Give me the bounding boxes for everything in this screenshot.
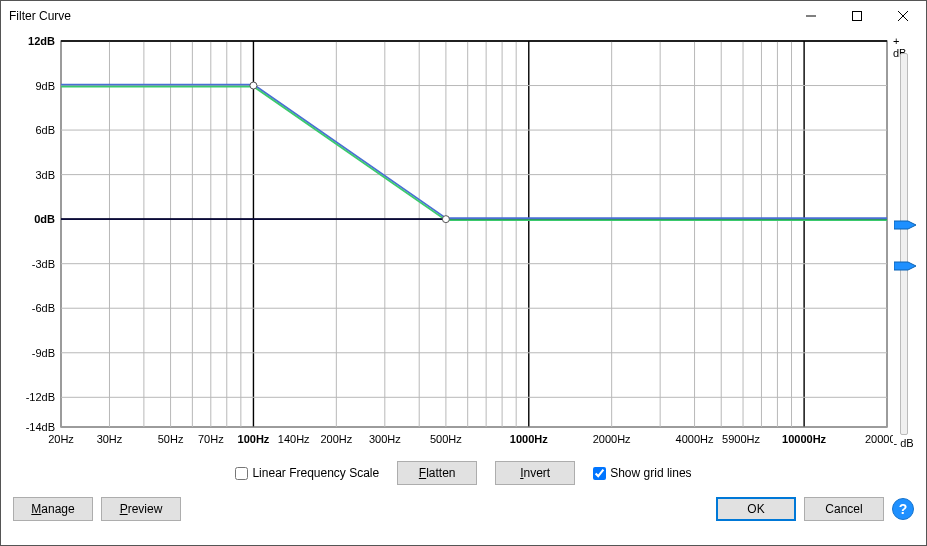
maximize-icon [852, 11, 862, 21]
cancel-button[interactable]: Cancel [804, 497, 884, 521]
slider-thumb-max[interactable] [894, 219, 918, 231]
buttons-row: Manage Preview OK Cancel ? [13, 491, 914, 531]
minimize-button[interactable] [788, 1, 834, 31]
content-area: 12dB9dB6dB3dB0dB-3dB-6dB-9dB-12dB-14dB20… [1, 31, 926, 545]
gain-range-slider[interactable] [894, 53, 914, 435]
filter-curve-chart[interactable]: 12dB9dB6dB3dB0dB-3dB-6dB-9dB-12dB-14dB20… [13, 35, 893, 453]
manage-button[interactable]: Manage [13, 497, 93, 521]
maximize-button[interactable] [834, 1, 880, 31]
svg-text:20000Hz: 20000Hz [865, 433, 893, 445]
svg-text:1000Hz: 1000Hz [510, 433, 548, 445]
svg-text:-12dB: -12dB [26, 391, 55, 403]
svg-text:20Hz: 20Hz [48, 433, 74, 445]
svg-rect-4 [61, 41, 887, 427]
slider-top-label: + dB [893, 35, 914, 51]
show-grid-checkbox[interactable]: Show grid lines [593, 466, 691, 480]
linear-scale-checkbox[interactable]: Linear Frequency Scale [235, 466, 379, 480]
svg-text:12dB: 12dB [28, 35, 55, 47]
titlebar[interactable]: Filter Curve [1, 1, 926, 31]
svg-text:-6dB: -6dB [32, 302, 55, 314]
invert-button[interactable]: Invert [495, 461, 575, 485]
controls-row: Linear Frequency Scale Flatten Invert Sh… [13, 453, 914, 491]
preview-button[interactable]: Preview [101, 497, 181, 521]
help-button[interactable]: ? [892, 498, 914, 520]
slider-thumb-min[interactable] [894, 260, 918, 272]
svg-text:300Hz: 300Hz [369, 433, 401, 445]
svg-text:6dB: 6dB [35, 124, 55, 136]
svg-text:50Hz: 50Hz [158, 433, 184, 445]
close-icon [898, 11, 908, 21]
minimize-icon [806, 11, 816, 21]
chart-zone: 12dB9dB6dB3dB0dB-3dB-6dB-9dB-12dB-14dB20… [13, 35, 893, 453]
window-title: Filter Curve [9, 9, 71, 23]
svg-text:4000Hz: 4000Hz [676, 433, 714, 445]
svg-text:-14dB: -14dB [26, 421, 55, 433]
svg-text:140Hz: 140Hz [278, 433, 310, 445]
svg-text:30Hz: 30Hz [97, 433, 123, 445]
svg-text:9dB: 9dB [35, 80, 55, 92]
svg-text:70Hz: 70Hz [198, 433, 224, 445]
svg-text:10000Hz: 10000Hz [782, 433, 827, 445]
control-point[interactable] [442, 216, 449, 223]
close-button[interactable] [880, 1, 926, 31]
gain-slider-column: + dB - dB [893, 35, 914, 453]
control-point[interactable] [250, 82, 257, 89]
svg-text:200Hz: 200Hz [320, 433, 352, 445]
svg-rect-1 [853, 12, 862, 21]
svg-text:3dB: 3dB [35, 169, 55, 181]
svg-text:100Hz: 100Hz [238, 433, 270, 445]
svg-text:500Hz: 500Hz [430, 433, 462, 445]
svg-text:5900Hz: 5900Hz [722, 433, 760, 445]
filter-curve-window: Filter Curve 12dB9dB6dB3dB0dB-3dB-6dB-9d… [0, 0, 927, 546]
svg-text:2000Hz: 2000Hz [593, 433, 631, 445]
svg-text:-3dB: -3dB [32, 258, 55, 270]
slider-bottom-label: - dB [893, 437, 913, 453]
svg-text:0dB: 0dB [34, 213, 55, 225]
flatten-button[interactable]: Flatten [397, 461, 477, 485]
svg-text:-9dB: -9dB [32, 347, 55, 359]
ok-button[interactable]: OK [716, 497, 796, 521]
